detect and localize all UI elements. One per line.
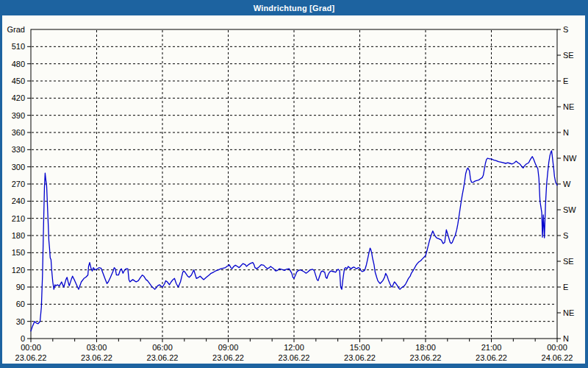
y-axis-left-tick-label: 180 bbox=[12, 231, 25, 240]
y-axis-left-tick-label: 30 bbox=[16, 317, 25, 326]
y-axis-right-tick-label: S bbox=[563, 231, 568, 240]
y-axis-right-tick-label: E bbox=[563, 283, 568, 291]
y-axis-left-tick-label: 390 bbox=[12, 111, 25, 120]
y-axis-left-tick-label: 150 bbox=[12, 248, 25, 257]
x-axis-time-label: 12:00 bbox=[284, 343, 304, 352]
y-axis-left-tick-label: 60 bbox=[16, 300, 25, 308]
x-axis-date-label: 23.06.22 bbox=[81, 353, 112, 362]
y-axis-right-tick-label: SW bbox=[563, 205, 576, 214]
y-axis-left-tick-label: 210 bbox=[12, 214, 25, 223]
x-axis-date-label: 23.06.22 bbox=[279, 353, 310, 362]
x-axis-time-label: 21:00 bbox=[481, 343, 502, 352]
y-axis-right-tick-label: NE bbox=[563, 102, 574, 111]
x-axis-time-label: 18:00 bbox=[415, 343, 436, 352]
x-axis-date-label: 23.06.22 bbox=[212, 353, 244, 362]
x-axis-time-label: 00:00 bbox=[21, 343, 41, 352]
x-axis-time-label: 00:00 bbox=[547, 343, 567, 352]
x-axis-date-label: 23.06.22 bbox=[147, 353, 179, 362]
x-axis-time-label: 15:00 bbox=[350, 343, 370, 352]
x-axis-time-label: 03:00 bbox=[87, 343, 107, 352]
y-axis-right-tick-label: N bbox=[563, 128, 569, 137]
wind-direction-chart: 0306090120150180210240270300330360390420… bbox=[0, 0, 588, 368]
y-axis-right-tick-label: SE bbox=[563, 257, 574, 266]
y-axis-right-tick-label: W bbox=[563, 180, 571, 188]
x-axis-date-label: 23.06.22 bbox=[344, 353, 376, 362]
y-axis-left-tick-label: 510 bbox=[12, 42, 25, 51]
y-axis-left-tick-label: 420 bbox=[12, 93, 25, 102]
y-axis-left-tick-label: 450 bbox=[12, 77, 25, 85]
y-axis-left-tick-label: 480 bbox=[12, 60, 25, 68]
y-axis-left-tick-label: 330 bbox=[12, 145, 25, 154]
y-axis-right-tick-label: N bbox=[563, 334, 569, 343]
x-axis-date-label: 23.06.22 bbox=[15, 353, 47, 362]
y-axis-right-tick-label: NW bbox=[563, 154, 577, 163]
x-axis-time-label: 06:00 bbox=[152, 343, 173, 352]
y-axis-right-tick-label: SE bbox=[563, 51, 574, 60]
y-axis-left-tick-label: 90 bbox=[16, 283, 25, 291]
y-axis-right-tick-label: NE bbox=[563, 308, 574, 317]
x-axis-date-label: 23.06.22 bbox=[476, 353, 507, 362]
x-axis-time-label: 09:00 bbox=[218, 343, 239, 352]
wind-direction-window: Windrichtung [Grad] 03060901201501802102… bbox=[0, 0, 588, 368]
x-axis-date-label: 23.06.22 bbox=[410, 353, 442, 362]
y-axis-left-tick-label: 120 bbox=[12, 266, 25, 275]
y-axis-left-tick-label: 300 bbox=[12, 163, 25, 171]
y-axis-left-tick-label: 360 bbox=[12, 128, 25, 137]
y-axis-right-tick-label: S bbox=[563, 25, 568, 34]
y-axis-left-tick-label: 240 bbox=[12, 197, 25, 205]
x-axis-date-label: 24.06.22 bbox=[542, 353, 573, 362]
y-axis-title: Grad bbox=[7, 25, 25, 34]
y-axis-right-tick-label: E bbox=[563, 77, 568, 85]
y-axis-left-tick-label: 270 bbox=[12, 180, 25, 188]
y-axis-left-tick-label: 0 bbox=[21, 334, 25, 343]
